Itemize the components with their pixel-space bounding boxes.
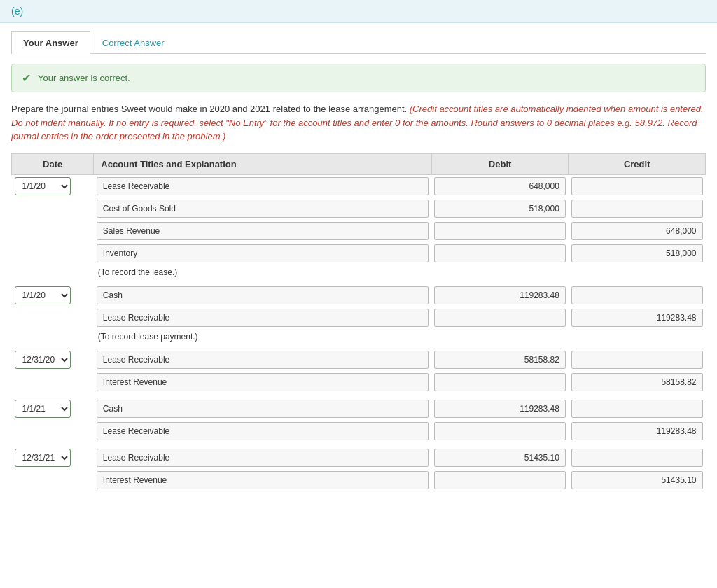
date-cell: 1/1/20 bbox=[12, 284, 94, 307]
debit-cell bbox=[431, 447, 569, 469]
debit-cell bbox=[431, 284, 569, 307]
debit-cell bbox=[431, 398, 569, 420]
debit-input[interactable] bbox=[434, 286, 566, 304]
credit-input[interactable] bbox=[571, 449, 703, 467]
note-text: (To record lease payment.) bbox=[94, 329, 706, 344]
debit-input[interactable] bbox=[434, 177, 566, 195]
tab-your-answer[interactable]: Your Answer bbox=[11, 31, 90, 54]
debit-cell bbox=[431, 197, 569, 220]
credit-input[interactable] bbox=[571, 373, 703, 391]
table-row bbox=[12, 469, 706, 491]
account-cell bbox=[94, 220, 431, 242]
note-text: (To record the lease.) bbox=[94, 265, 706, 280]
tab-bar: Your Answer Correct Answer bbox=[11, 31, 706, 54]
account-cell bbox=[94, 197, 431, 220]
date-cell: 1/1/21 bbox=[12, 398, 94, 420]
table-row bbox=[12, 220, 706, 242]
credit-input[interactable] bbox=[571, 400, 703, 418]
debit-input[interactable] bbox=[434, 422, 566, 440]
debit-cell bbox=[431, 349, 569, 371]
table-row bbox=[12, 420, 706, 442]
account-cell bbox=[94, 420, 431, 442]
debit-cell bbox=[431, 174, 569, 197]
credit-cell bbox=[569, 371, 706, 393]
debit-cell bbox=[431, 469, 569, 491]
date-select[interactable]: 1/1/20 bbox=[15, 286, 71, 304]
account-cell bbox=[94, 447, 431, 469]
date-cell bbox=[12, 307, 94, 329]
credit-cell bbox=[569, 420, 706, 442]
journal-table: Date Account Titles and Explanation Debi… bbox=[11, 153, 706, 491]
account-input[interactable] bbox=[97, 449, 429, 467]
header-date: Date bbox=[12, 153, 94, 174]
date-cell bbox=[12, 371, 94, 393]
table-row bbox=[12, 307, 706, 329]
success-message: Your answer is correct. bbox=[38, 73, 130, 83]
account-cell bbox=[94, 174, 431, 197]
checkmark-icon: ✔ bbox=[22, 71, 31, 85]
main-container: Your Answer Correct Answer ✔ Your answer… bbox=[0, 23, 717, 500]
table-row bbox=[12, 242, 706, 265]
account-input[interactable] bbox=[97, 286, 429, 304]
account-cell bbox=[94, 307, 431, 329]
debit-input[interactable] bbox=[434, 222, 566, 240]
account-input[interactable] bbox=[97, 373, 429, 391]
credit-cell bbox=[569, 349, 706, 371]
credit-cell bbox=[569, 197, 706, 220]
table-row: 1/1/21 bbox=[12, 398, 706, 420]
success-banner: ✔ Your answer is correct. bbox=[11, 64, 706, 92]
credit-input[interactable] bbox=[571, 309, 703, 327]
debit-input[interactable] bbox=[434, 400, 566, 418]
debit-input[interactable] bbox=[434, 244, 566, 262]
instructions-normal: Prepare the journal entries Sweet would … bbox=[11, 104, 407, 114]
credit-input[interactable] bbox=[571, 244, 703, 262]
date-cell: 12/31/21 bbox=[12, 447, 94, 469]
date-select[interactable]: 12/31/21 bbox=[15, 449, 71, 467]
account-cell bbox=[94, 284, 431, 307]
date-select[interactable]: 12/31/20 bbox=[15, 351, 71, 369]
credit-input[interactable] bbox=[571, 200, 703, 218]
account-input[interactable] bbox=[97, 222, 429, 240]
debit-input[interactable] bbox=[434, 449, 566, 467]
account-input[interactable] bbox=[97, 200, 429, 218]
debit-input[interactable] bbox=[434, 200, 566, 218]
date-cell bbox=[12, 469, 94, 491]
account-input[interactable] bbox=[97, 400, 429, 418]
debit-input[interactable] bbox=[434, 471, 566, 489]
credit-input[interactable] bbox=[571, 422, 703, 440]
account-cell bbox=[94, 242, 431, 265]
credit-cell bbox=[569, 220, 706, 242]
credit-input[interactable] bbox=[571, 222, 703, 240]
credit-input[interactable] bbox=[571, 286, 703, 304]
date-cell: 1/1/20 bbox=[12, 174, 94, 197]
section-label: (e) bbox=[11, 6, 23, 17]
debit-input[interactable] bbox=[434, 351, 566, 369]
account-input[interactable] bbox=[97, 309, 429, 327]
account-input[interactable] bbox=[97, 244, 429, 262]
account-cell bbox=[94, 398, 431, 420]
date-cell bbox=[12, 220, 94, 242]
account-input[interactable] bbox=[97, 422, 429, 440]
credit-input[interactable] bbox=[571, 177, 703, 195]
account-input[interactable] bbox=[97, 177, 429, 195]
credit-input[interactable] bbox=[571, 471, 703, 489]
credit-cell bbox=[569, 174, 706, 197]
date-select[interactable]: 1/1/21 bbox=[15, 400, 71, 418]
date-select[interactable]: 1/1/20 bbox=[15, 177, 71, 195]
debit-cell bbox=[431, 420, 569, 442]
account-input[interactable] bbox=[97, 351, 429, 369]
account-input[interactable] bbox=[97, 471, 429, 489]
table-row: 1/1/20 bbox=[12, 284, 706, 307]
credit-input[interactable] bbox=[571, 351, 703, 369]
note-row: (To record the lease.) bbox=[12, 265, 706, 280]
debit-input[interactable] bbox=[434, 309, 566, 327]
top-bar: (e) bbox=[0, 0, 717, 23]
credit-cell bbox=[569, 469, 706, 491]
table-row bbox=[12, 197, 706, 220]
debit-cell bbox=[431, 242, 569, 265]
debit-input[interactable] bbox=[434, 373, 566, 391]
date-cell: 12/31/20 bbox=[12, 349, 94, 371]
tab-correct-answer[interactable]: Correct Answer bbox=[90, 31, 176, 54]
table-row: 1/1/20 bbox=[12, 174, 706, 197]
table-row: 12/31/21 bbox=[12, 447, 706, 469]
